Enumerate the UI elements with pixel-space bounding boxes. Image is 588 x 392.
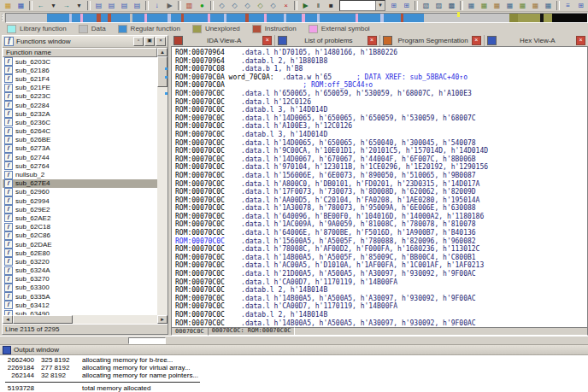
navband-segment[interactable] bbox=[286, 14, 302, 22]
listing-line[interactable]: ROM:00070C0C .data.l h'17F0073, h'730073… bbox=[172, 188, 587, 196]
segments-icon[interactable]: ▤ bbox=[93, 1, 104, 11]
navband-segment[interactable] bbox=[544, 14, 552, 22]
listing-line[interactable]: ROM:00070C0C .data.l h'A800C0, h'DB0101,… bbox=[172, 180, 587, 189]
listing-line[interactable]: ROM:00070C0C .data.l h'1AC009A, h'9A0059… bbox=[172, 220, 587, 229]
listing-line[interactable]: ROM:00070C0A word_70C0A: .data.w h'65 ; … bbox=[172, 73, 587, 82]
functions-horizontal-scrollbar[interactable]: ◄ ► bbox=[3, 315, 168, 324]
navband-segment[interactable] bbox=[171, 14, 181, 22]
status-edit-field[interactable] bbox=[128, 337, 166, 344]
navband-segment[interactable] bbox=[552, 14, 587, 22]
disassembly-listing[interactable]: ROM:00070964 .data.l h'D70105, h'1480166… bbox=[171, 46, 588, 327]
navband-segment[interactable] bbox=[403, 14, 424, 22]
listing-line[interactable]: ROM:00070C0C .data.l h'9C00CA, h'10E01D1… bbox=[172, 147, 587, 155]
listing-line[interactable]: ROM:00070C0C .datab.l 3, h'14D014D bbox=[172, 131, 587, 139]
horizontal-scroll-track[interactable] bbox=[73, 315, 157, 324]
listing-line[interactable]: ROM:00070C08 .data.b 1, h'B8 bbox=[172, 65, 587, 73]
modules-window-icon[interactable]: ▦ bbox=[517, 1, 528, 11]
xrefs-to-icon[interactable]: ◇ bbox=[242, 1, 253, 11]
jump-address-icon[interactable]: ↓ bbox=[151, 1, 162, 11]
function-list-item[interactable]: fsub_63490 bbox=[3, 309, 157, 315]
threads-window-icon[interactable]: ▦ bbox=[504, 1, 515, 11]
stop-process-icon[interactable]: ■ bbox=[326, 1, 337, 11]
function-list-item[interactable]: fsub_62AE2 bbox=[3, 214, 157, 222]
navband-segment[interactable] bbox=[330, 14, 356, 22]
function-list-item[interactable]: fsub_63270 bbox=[3, 275, 157, 284]
listing-line[interactable]: ROM:00070C0C .data.l h'14B00A5, h'A500A5… bbox=[172, 295, 587, 303]
registers-window-icon[interactable]: ▦ bbox=[530, 1, 541, 11]
function-list-item[interactable]: fsub_6264C bbox=[3, 127, 157, 136]
listing-line[interactable]: ROM:00070C0C .data.l h'21D00A5, h'A500A5… bbox=[172, 270, 587, 278]
back-dropdown-icon[interactable]: ▾ bbox=[48, 1, 59, 11]
function-list-item[interactable]: fsub_621F4 bbox=[3, 74, 157, 83]
watches-window-icon[interactable]: ▦ bbox=[479, 1, 490, 11]
navband-segment[interactable] bbox=[210, 14, 224, 22]
listing-line[interactable]: ROM:00070964 .datab.l 2, h'1B801B8 bbox=[172, 57, 587, 66]
output-line[interactable]: 2269184277 8192allocating memory for vir… bbox=[3, 364, 588, 372]
back-icon[interactable]: ← bbox=[35, 1, 46, 11]
function-list-item[interactable]: fsub_62994 bbox=[3, 196, 157, 205]
navband-segment[interactable] bbox=[509, 14, 518, 22]
function-list-item[interactable]: fsub_626BE bbox=[3, 136, 157, 144]
function-list-item[interactable]: fsub_62E80 bbox=[3, 249, 157, 257]
navband-segment[interactable] bbox=[226, 14, 245, 22]
function-list-item[interactable]: fsub_63412 bbox=[3, 301, 157, 309]
navband-segment[interactable] bbox=[132, 14, 144, 22]
listing-line[interactable]: ROM:00070C0C .data.l h'AA00D5, h'C20104,… bbox=[172, 196, 587, 205]
horizontal-scroll-thumb[interactable] bbox=[13, 315, 73, 324]
navband-segment[interactable] bbox=[184, 14, 208, 22]
flow-chart-icon[interactable]: ◇ bbox=[216, 1, 227, 11]
forward-icon[interactable]: → bbox=[61, 1, 72, 11]
navband-segment[interactable] bbox=[320, 14, 330, 22]
listing-line[interactable]: ROM:00070C0C .data.l h'156006E, h'6E0073… bbox=[172, 172, 587, 180]
navband-segment[interactable] bbox=[83, 14, 97, 22]
debugger-combo[interactable]: ▾ bbox=[339, 0, 385, 11]
function-list-item[interactable]: fsub_63220 bbox=[3, 257, 157, 266]
strings-window-icon[interactable]: ▤ bbox=[132, 1, 143, 11]
function-list-item[interactable]: fsub_6223C bbox=[3, 92, 157, 101]
navband-segment[interactable] bbox=[6, 14, 47, 22]
tab-ida-view-a[interactable]: IDA View-A× bbox=[171, 35, 275, 46]
tab-list-of-problems[interactable]: List of problems× bbox=[275, 35, 379, 46]
start-process-icon[interactable]: ▶ bbox=[300, 1, 311, 11]
open-icon[interactable]: ▦ bbox=[3, 1, 14, 11]
output-total-line[interactable]: 5193728total memory allocated bbox=[3, 384, 588, 392]
listing-line[interactable]: ROM:00070C0C .data.l h'AC00A5, h'D1010A,… bbox=[172, 261, 587, 270]
function-list-item[interactable]: fsub_62960 bbox=[3, 188, 157, 196]
tab-close-icon[interactable]: × bbox=[368, 36, 377, 45]
function-name-column-header[interactable]: Function name bbox=[3, 48, 157, 57]
combo-dropdown-icon[interactable]: ▾ bbox=[375, 1, 385, 10]
listing-line[interactable]: ROM:00070C0C .data.l h'A100E3, h'12C0126 bbox=[172, 122, 587, 131]
navband-segment[interactable] bbox=[147, 14, 168, 22]
nav-overview-icon[interactable]: ▥ bbox=[184, 1, 195, 11]
delete-icon[interactable]: × bbox=[280, 1, 291, 11]
names-window-icon[interactable]: ▤ bbox=[106, 1, 117, 11]
listing-line[interactable]: ROM:00070964 .data.l h'D70105, h'1480166… bbox=[172, 49, 587, 57]
restore-button[interactable]: ▣ bbox=[144, 37, 155, 46]
function-list-item[interactable]: fsub_6324A bbox=[3, 266, 157, 275]
cursor-select-icon[interactable]: ▶ bbox=[164, 1, 175, 11]
record-icon[interactable]: ● bbox=[197, 1, 208, 11]
detach-process-icon[interactable]: ⊞ bbox=[401, 1, 412, 11]
navband-segment[interactable] bbox=[47, 14, 69, 22]
function-list-item[interactable]: fsub_621FE bbox=[3, 84, 157, 92]
function-list-item[interactable]: fsub_6273A bbox=[3, 144, 157, 153]
tab-close-icon[interactable]: × bbox=[262, 36, 272, 45]
stack-window-icon[interactable]: ▦ bbox=[491, 1, 503, 11]
pause-process-icon[interactable]: ‖ bbox=[313, 1, 324, 11]
minimize-button[interactable]: ▫ bbox=[133, 37, 144, 46]
function-list-item[interactable]: fsub_62744 bbox=[3, 153, 157, 161]
listing-line[interactable]: ROM:00070C0C .data.l h'14D0065, h'650065… bbox=[172, 139, 587, 148]
listing-line[interactable]: ROM:00070C0C .datab.l 2, h'14B014B bbox=[172, 286, 587, 295]
function-list-item[interactable]: fsub_629E2 bbox=[3, 205, 157, 214]
function-list-item[interactable]: fsub_62DAE bbox=[3, 240, 157, 249]
navband-segment[interactable] bbox=[358, 14, 380, 22]
calculator-icon[interactable]: ≡ bbox=[562, 1, 573, 11]
attach-process-icon[interactable]: ⊞ bbox=[388, 1, 399, 11]
navband-segment[interactable] bbox=[111, 14, 130, 22]
listing-line[interactable]: ROM:00070C0C .datab.l 3, h'14D014D bbox=[172, 106, 587, 114]
save-icon[interactable]: ▦ bbox=[15, 1, 26, 11]
output-line[interactable]: 2662400325 8192allocating memory for b-t… bbox=[3, 356, 588, 364]
functions-window-titlebar[interactable]: f Functions window ▫ ▣ × bbox=[3, 36, 168, 48]
step-into-icon[interactable]: ▧ bbox=[420, 1, 432, 11]
memory-window-icon[interactable]: ▦ bbox=[543, 1, 554, 11]
